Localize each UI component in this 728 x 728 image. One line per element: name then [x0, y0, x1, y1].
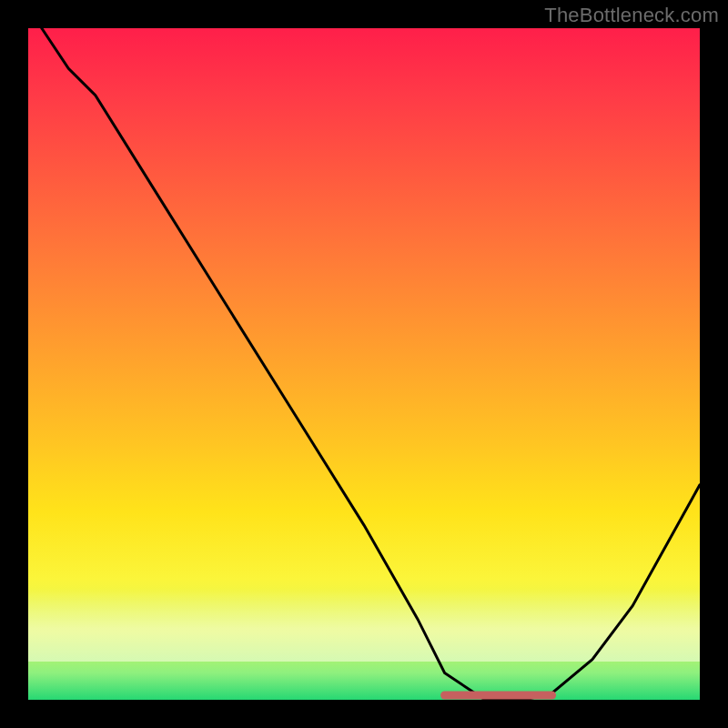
chart-frame: TheBottleneck.com: [0, 0, 728, 728]
curve-svg: [28, 28, 700, 700]
watermark-text: TheBottleneck.com: [544, 4, 719, 27]
bottleneck-curve-path: [42, 28, 700, 700]
plot-area: [28, 28, 700, 700]
